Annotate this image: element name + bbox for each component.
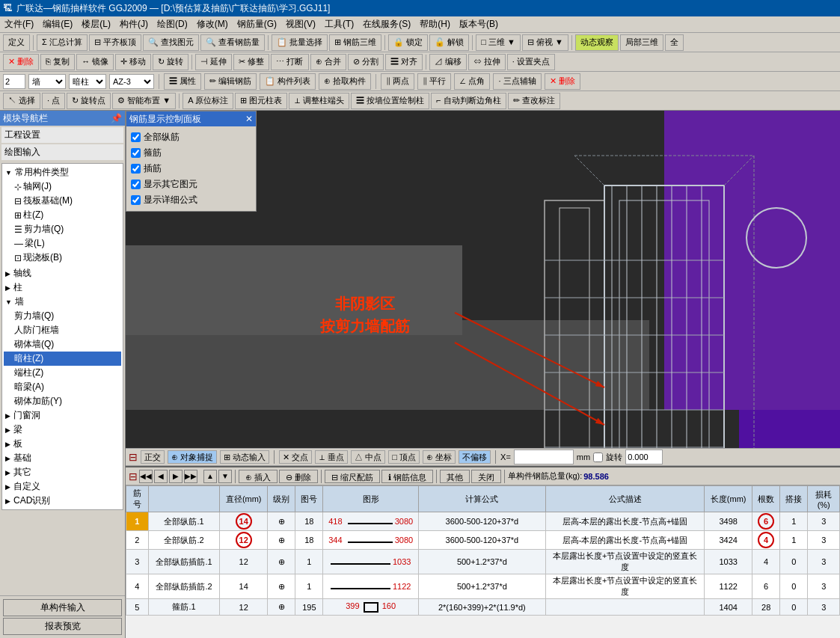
- btn-scale-rebar[interactable]: ⊟ 缩尺配筋: [325, 470, 380, 483]
- tree-slab-group[interactable]: ▶ 板: [4, 437, 121, 451]
- btn-move[interactable]: ✛ 移动: [115, 54, 151, 70]
- btn-prev[interactable]: ◀: [154, 470, 168, 483]
- btn-insert-row[interactable]: ⊕ 插入: [239, 470, 278, 483]
- tree-end-col[interactable]: 端柱(Z): [4, 366, 121, 380]
- tree-custom[interactable]: ▶ 自定义: [4, 479, 121, 494]
- tree-beam[interactable]: — 梁(L): [4, 236, 121, 251]
- btn-down[interactable]: ▼: [218, 470, 232, 483]
- menu-tools[interactable]: 工具(T): [320, 16, 358, 32]
- btn-dynamic-input[interactable]: ⊞ 动态输入: [220, 450, 269, 464]
- btn-set-grip[interactable]: · 设置夹点: [507, 54, 555, 70]
- btn-modify-mark[interactable]: ✏ 查改标注: [508, 93, 560, 109]
- btn-endpoint[interactable]: □ 顶点: [388, 450, 420, 464]
- table-row[interactable]: 2 全部纵筋.2 12 ⊕ 18 344 3080: [126, 531, 840, 550]
- btn-delete[interactable]: ✕ 删除: [3, 54, 39, 70]
- col-type-select[interactable]: 暗柱: [69, 74, 106, 89]
- btn-midpoint[interactable]: △ 中点: [351, 450, 385, 464]
- tree-column[interactable]: ⊞ 柱(Z): [4, 208, 121, 222]
- tree-axis-net[interactable]: ⊹ 轴网(J): [4, 180, 121, 194]
- btn-other[interactable]: 其他: [440, 470, 470, 483]
- btn-dynamic-view[interactable]: 动态观察: [575, 34, 619, 51]
- btn-view-rebar[interactable]: 🔍 查看钢筋量: [200, 34, 265, 51]
- menu-online[interactable]: 在线服务(S): [358, 16, 415, 32]
- btn-align[interactable]: ☰ 对齐: [385, 54, 423, 70]
- btn-top-view[interactable]: ⊟ 俯视 ▼: [522, 34, 568, 51]
- btn-point-draw[interactable]: · 点: [42, 93, 65, 109]
- btn-smart-layout[interactable]: ⚙ 智能布置 ▼: [112, 93, 176, 109]
- tree-col-group[interactable]: ▶ 柱: [4, 280, 121, 295]
- btn-local-3d[interactable]: 局部三维: [620, 34, 663, 51]
- menu-floor[interactable]: 楼层(L): [77, 16, 115, 32]
- btn-break[interactable]: ⋯ 打断: [271, 54, 308, 70]
- tree-beam-group[interactable]: ▶ 梁: [4, 423, 121, 437]
- btn-next[interactable]: ▶: [169, 470, 183, 483]
- btn-trim[interactable]: ✂ 修整: [233, 54, 269, 70]
- btn-unlock[interactable]: 🔓 解锁: [429, 34, 469, 51]
- az-type-select[interactable]: AZ-3: [109, 74, 154, 89]
- wall-type-select[interactable]: 墙: [28, 74, 66, 89]
- nav-engineering-setup[interactable]: 工程设置: [1, 127, 123, 143]
- btn-3d[interactable]: □ 三维 ▼: [476, 34, 521, 51]
- sidebar-pin-icon[interactable]: 📌: [111, 113, 122, 123]
- btn-split[interactable]: ⊘ 分割: [348, 54, 384, 70]
- tree-hidden-col[interactable]: 暗柱(Z): [4, 352, 121, 366]
- tree-raft[interactable]: ⊟ 筏板基础(M): [4, 194, 121, 208]
- btn-report-preview[interactable]: 报表预览: [3, 618, 122, 635]
- btn-extend[interactable]: ⊣ 延伸: [195, 54, 232, 70]
- btn-close-bottom[interactable]: 关闭: [471, 470, 501, 483]
- rotate-checkbox[interactable]: [593, 453, 603, 462]
- cb-insert-rebar[interactable]: 插筋: [131, 161, 251, 177]
- tree-slab[interactable]: ⊡ 现浇板(B): [4, 251, 121, 265]
- btn-no-offset[interactable]: 不偏移: [459, 450, 491, 464]
- btn-lock[interactable]: 🔒 锁定: [388, 34, 428, 51]
- table-row[interactable]: 5 箍筋.1 12 ⊕ 195 399 160 2*(160+: [126, 599, 840, 616]
- btn-select[interactable]: ↖ 选择: [3, 93, 40, 109]
- btn-last[interactable]: ▶▶: [184, 470, 197, 483]
- btn-first[interactable]: ◀◀: [139, 470, 153, 483]
- btn-delete-aux[interactable]: ✕ 删除: [545, 73, 580, 90]
- tree-hidden-beam[interactable]: 暗梁(A): [4, 380, 121, 394]
- tree-foundation[interactable]: ▶ 基础: [4, 451, 121, 465]
- btn-three-points-aux[interactable]: · 三点辅轴: [493, 73, 541, 90]
- btn-batch-select[interactable]: 📋 批量选择: [272, 34, 328, 51]
- tree-axis-group[interactable]: ▶ 轴线: [4, 266, 121, 280]
- menu-rebar-qty[interactable]: 钢筋量(G): [233, 16, 281, 32]
- tree-door-window[interactable]: ▶ 门窗洞: [4, 408, 121, 423]
- btn-point-angle[interactable]: ∠ 点角: [454, 73, 490, 90]
- menu-version[interactable]: 版本号(B): [455, 16, 503, 32]
- btn-vertical[interactable]: ⊥ 垂点: [315, 450, 348, 464]
- btn-rotate[interactable]: ↻ 旋转: [153, 54, 188, 70]
- btn-two-points[interactable]: ‖ 两点: [381, 73, 414, 90]
- tree-cad[interactable]: ▶ CAD识别: [4, 494, 121, 508]
- btn-rebar-info[interactable]: ℹ 钢筋信息: [381, 470, 433, 483]
- cb-show-others[interactable]: 显示其它图元: [131, 177, 251, 192]
- canvas-viewport[interactable]: 4 非阴影区 按剪力墙配筋 Z Y: [126, 111, 840, 448]
- tree-shear-wall2[interactable]: 剪力墙(Q): [4, 309, 121, 323]
- btn-orthogonal[interactable]: 正交: [141, 450, 165, 464]
- btn-draw-col-by-wall[interactable]: ☰ 按墙位置绘制柱: [351, 93, 429, 109]
- btn-full[interactable]: 全: [665, 34, 684, 51]
- menu-edit[interactable]: 编辑(E): [38, 16, 77, 32]
- btn-edit-rebar[interactable]: ✏ 编辑钢筋: [204, 73, 257, 90]
- btn-single-input[interactable]: 单构件输入: [3, 599, 122, 616]
- nav-draw-input[interactable]: 绘图输入: [1, 144, 123, 160]
- cb-all-longitudinal[interactable]: 全部纵筋: [131, 129, 251, 145]
- rotate-value-input[interactable]: [625, 450, 663, 464]
- menu-help[interactable]: 帮助(H): [415, 16, 455, 32]
- btn-delete-row[interactable]: ⊖ 删除: [279, 470, 318, 483]
- btn-mirror[interactable]: ↔ 镜像: [76, 54, 114, 70]
- btn-offset[interactable]: ⊿ 编移: [429, 54, 467, 70]
- table-row[interactable]: 3 全部纵筋插筋.1 12 ⊕ 1 1033 500+1.2*37*d: [126, 550, 840, 574]
- btn-coord[interactable]: ⊕ 坐标: [423, 450, 456, 464]
- tree-shear-wall[interactable]: ☰ 剪力墙(Q): [4, 222, 121, 236]
- btn-copy[interactable]: ⎘ 复制: [40, 54, 75, 70]
- tree-common-types[interactable]: ▼ 常用构件类型: [4, 165, 121, 180]
- menu-draw[interactable]: 绘图(D): [153, 16, 192, 32]
- btn-find-elem[interactable]: 🔍 查找图元: [143, 34, 199, 51]
- tree-others[interactable]: ▶ 其它: [4, 465, 121, 479]
- btn-calc-total[interactable]: Σ 汇总计算: [37, 34, 88, 51]
- btn-pick-component[interactable]: ⊕ 拾取构件: [319, 73, 371, 90]
- table-row[interactable]: 4 全部纵筋插筋.2 14 ⊕ 1 1122 500+1.2*37*d: [126, 574, 840, 599]
- menu-file[interactable]: 文件(F): [0, 16, 38, 32]
- menu-modify[interactable]: 修改(M): [192, 16, 233, 32]
